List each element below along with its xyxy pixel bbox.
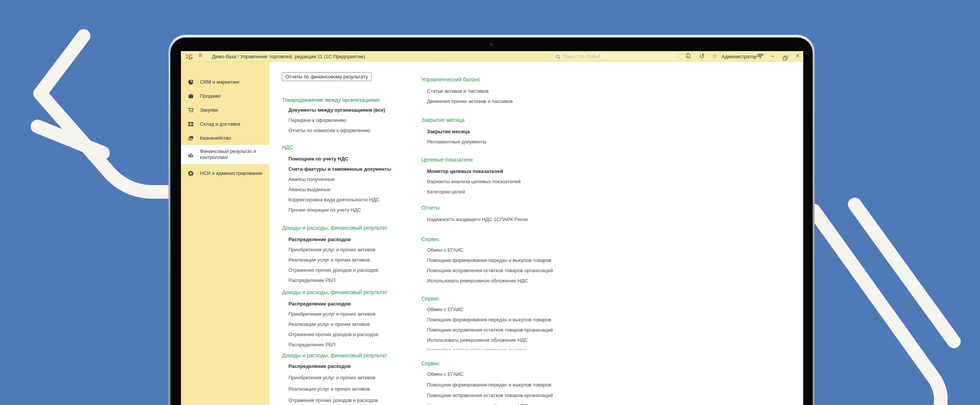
money-icon bbox=[188, 135, 194, 141]
grid-icon bbox=[188, 121, 194, 127]
menu-item[interactable]: Отчеты по комиссии к оформлению bbox=[288, 127, 370, 134]
menu-item[interactable]: Помощник исправления остатков товаров ор… bbox=[427, 392, 553, 399]
menu-item[interactable]: Распределение расходов bbox=[288, 236, 351, 243]
menu-item[interactable]: Реализации услуг и прочих активов bbox=[288, 257, 370, 264]
section-header: Товародвижение между организациями bbox=[282, 97, 380, 103]
sidebar-item[interactable]: Закупки bbox=[181, 103, 269, 117]
main-menu-icon[interactable]: ≡ bbox=[198, 52, 202, 59]
menu-item[interactable]: Распределение расходов bbox=[288, 363, 351, 370]
menu-item[interactable]: Использовать реверсивное обложение НДС bbox=[427, 403, 528, 405]
menu-item[interactable]: Распределение расходов bbox=[288, 300, 351, 307]
menu-item[interactable]: Распределение РБП bbox=[288, 277, 336, 284]
section-header: Сервис bbox=[421, 361, 439, 366]
menu-item[interactable]: Настройка доступности элементов анализа bbox=[427, 347, 527, 350]
menu-item[interactable]: Отражение прочих доходов и расходов bbox=[288, 331, 378, 338]
menu-item[interactable]: Помощник по учету НДС bbox=[288, 156, 348, 162]
section-header: Управленческий баланс bbox=[421, 76, 480, 83]
webcam bbox=[490, 43, 493, 46]
menu-item[interactable]: Обмен с ЕГАИС bbox=[427, 306, 464, 313]
app-window: 1С ≡ Демо-база / Управление торговлей, р… bbox=[181, 51, 803, 405]
menu-item[interactable]: Варианты анализа целевых показателей bbox=[427, 178, 520, 185]
sidebar-item[interactable]: Финансовый результат и контроллинг bbox=[181, 145, 269, 164]
menu-item[interactable]: Статьи активов и пассивов bbox=[427, 88, 489, 95]
menu-item[interactable]: Реализации услуг и прочих активов bbox=[288, 386, 370, 392]
briefcase-icon bbox=[188, 93, 194, 99]
menu-item[interactable]: Прочие операции по учету НДС bbox=[288, 206, 361, 213]
menu-item[interactable]: Помощник формирования передач и выкупов … bbox=[427, 316, 551, 323]
cart-icon bbox=[188, 107, 194, 113]
menu-item[interactable]: Счета-фактуры и таможенные документы bbox=[288, 166, 391, 173]
menu-item[interactable]: Авансы полученные bbox=[288, 176, 335, 183]
laptop-bezel: 1С ≡ Демо-база / Управление торговлей, р… bbox=[170, 38, 813, 405]
section-header: Доходы и расходы, финансовый результат bbox=[282, 353, 387, 359]
sidebar-item-label: Склад и доставка bbox=[200, 121, 240, 127]
menu-item[interactable]: Приобретения услуг и прочих активов bbox=[288, 311, 375, 318]
close-button[interactable]: × bbox=[793, 51, 802, 62]
window-title: Демо-база / Управление торговлей, редакц… bbox=[212, 54, 365, 59]
menu-item[interactable]: Реализации услуг и прочих активов bbox=[288, 321, 370, 328]
bar-chart-icon bbox=[188, 151, 194, 157]
chevron-down-icon: ▾ bbox=[759, 56, 761, 60]
minimize-button[interactable]: – bbox=[768, 51, 777, 62]
sidebar-item[interactable]: Казначейство bbox=[181, 131, 269, 145]
search-icon bbox=[555, 54, 561, 59]
sidebar-item-label: CRM и маркетинг bbox=[200, 79, 240, 85]
pie-chart-icon bbox=[188, 79, 194, 85]
laptop-frame: 1С ≡ Демо-база / Управление торговлей, р… bbox=[169, 35, 815, 405]
section-header: Сервис bbox=[421, 295, 439, 302]
menu-item[interactable]: Приобретения услуг и прочих активов bbox=[288, 246, 375, 253]
restore-button[interactable] bbox=[781, 51, 790, 62]
menu-item[interactable]: Обмен с ЕГАИС bbox=[427, 371, 464, 378]
financial-reports-link[interactable]: Отчеты по финансовому результату bbox=[282, 72, 371, 81]
right-accent-stroke bbox=[855, 204, 954, 341]
left-chevron-stroke bbox=[40, 36, 182, 192]
menu-item[interactable]: Надежность входящего НДС 1СПАРК Риски bbox=[427, 216, 528, 223]
section-header: Доходы и расходы, финансовый результат bbox=[282, 225, 387, 231]
current-user[interactable]: Администратор bbox=[721, 54, 757, 59]
search-input[interactable] bbox=[562, 53, 675, 60]
menu-item[interactable]: Регламентные документы bbox=[427, 138, 487, 145]
history-icon[interactable]: ↺ bbox=[698, 52, 706, 60]
sidebar-item-label: Казначейство bbox=[200, 135, 231, 141]
menu-item[interactable]: Приобретения услуг и прочих активов bbox=[288, 374, 375, 381]
menu-item[interactable]: Помощник исправления остатков товаров ор… bbox=[427, 267, 553, 274]
menu-item[interactable]: Документы между организациями (все) bbox=[288, 107, 385, 114]
gear-icon bbox=[188, 170, 194, 176]
section-header: Закрытие месяца bbox=[421, 117, 465, 123]
sidebar-item-label: Закупки bbox=[200, 107, 218, 113]
favorites-star-icon[interactable]: ☆ bbox=[711, 52, 718, 60]
menu-item[interactable]: Использовать реверсивное обложение НДС bbox=[427, 337, 528, 344]
menu-item[interactable]: Движения прочих активов и пассивов bbox=[427, 98, 512, 105]
sidebar-item-label: Продажи bbox=[200, 93, 220, 99]
sidebar-item[interactable]: Продажи bbox=[181, 89, 269, 103]
menu-item[interactable]: Корректировка вида деятельности НДС bbox=[288, 197, 379, 203]
menu-item[interactable]: Отражение прочих доходов и расходов bbox=[288, 397, 378, 404]
1c-logo: 1С bbox=[186, 53, 192, 59]
sidebar-item[interactable]: Склад и доставка bbox=[181, 117, 269, 131]
menu-item[interactable]: Авансы выданные bbox=[288, 186, 331, 193]
sidebar-item-label: НСИ и администрирование bbox=[200, 170, 262, 176]
service-menu-icon[interactable]: ▾ bbox=[757, 54, 764, 59]
menu-item[interactable]: Отражение прочих доходов и расходов bbox=[288, 267, 378, 274]
section-header: Сервис bbox=[421, 236, 439, 242]
sidebar-item-label: Финансовый результат и контроллинг bbox=[200, 148, 266, 160]
menu-item[interactable]: Передачи к оформлению bbox=[288, 117, 346, 124]
sidebar: CRM и маркетингПродажиЗакупкиСклад и дос… bbox=[181, 62, 269, 405]
menu-item[interactable]: Категории целей bbox=[427, 189, 465, 195]
section-header: Отчеты bbox=[421, 205, 439, 211]
sidebar-item[interactable]: CRM и маркетинг bbox=[181, 75, 269, 89]
main-content: Отчеты по финансовому результату Товарод… bbox=[269, 62, 803, 405]
menu-item[interactable]: Монитор целевых показателей bbox=[427, 168, 503, 175]
menu-item[interactable]: Закрытие месяца bbox=[427, 128, 470, 135]
global-search[interactable] bbox=[554, 52, 677, 60]
menu-item[interactable]: Распределение РБП bbox=[288, 341, 336, 348]
menu-item[interactable]: Обмен с ЕГАИС bbox=[427, 247, 464, 254]
section-header: Доходы и расходы, финансовый результат bbox=[282, 289, 387, 295]
menu-item[interactable]: Помощник формирования передач и выкупов … bbox=[427, 381, 551, 388]
notifications-bell-icon[interactable] bbox=[684, 52, 692, 60]
menu-item[interactable]: Помощник исправления остатков товаров ор… bbox=[427, 327, 553, 334]
sidebar-item[interactable]: НСИ и администрирование bbox=[181, 164, 269, 183]
titlebar: 1С ≡ Демо-база / Управление торговлей, р… bbox=[181, 51, 803, 62]
menu-item[interactable]: Помощник формирования передач и выкупов … bbox=[427, 257, 551, 264]
menu-item[interactable]: Использовать реверсивное обложение НДС bbox=[427, 278, 528, 284]
